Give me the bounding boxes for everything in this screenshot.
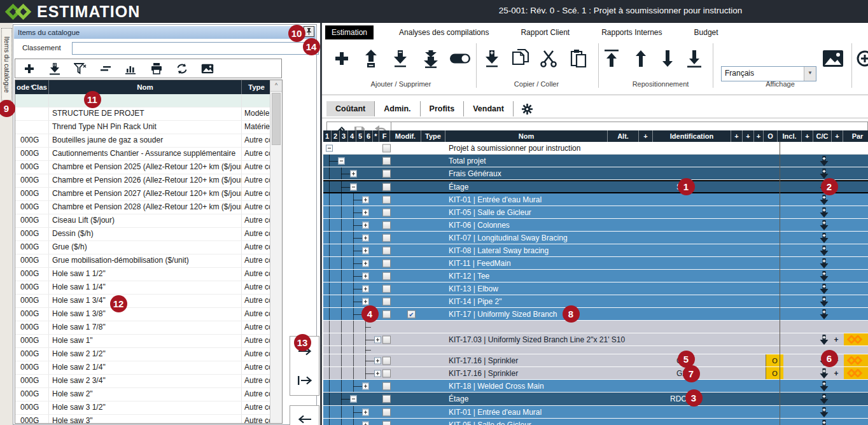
- include-arrow-icon[interactable]: [820, 407, 829, 417]
- tree-column-plus-15[interactable]: +: [743, 130, 754, 142]
- catalog-row[interactable]: 000GCiseau Lift ($/jour)Autre coû: [15, 214, 272, 228]
- tree-row[interactable]: KIT-05 | Salle de Gicleur: [323, 206, 868, 219]
- catalog-link-cell[interactable]: [844, 333, 868, 345]
- delete-row-icon[interactable]: [391, 49, 410, 68]
- display-image-icon[interactable]: [822, 50, 844, 67]
- catalog-row[interactable]: 000GHole saw 1 1/4"Autre coû: [15, 281, 272, 295]
- tree-row[interactable]: KIT-18 | Welded Cross Main: [323, 380, 868, 393]
- classement-input[interactable]: [72, 42, 319, 55]
- catalog-row[interactable]: 000GGrue mobilisation-démobilisation ($/…: [15, 254, 272, 268]
- move-all-right-button[interactable]: [294, 371, 316, 390]
- include-arrow-icon[interactable]: [820, 258, 829, 268]
- f-checkbox[interactable]: [382, 395, 391, 403]
- f-checkbox[interactable]: [382, 382, 391, 390]
- catalog-row[interactable]: 000GHole saw 1 1/2"Autre coû: [15, 268, 272, 281]
- tree-row-spacer[interactable]: [323, 321, 868, 333]
- sub-tab-admin-[interactable]: Admin.: [375, 101, 420, 116]
- tree-table-header[interactable]: 123456*FModif.TypeNomAlt.+Identification…: [323, 130, 868, 142]
- move-left-button[interactable]: [294, 410, 316, 425]
- image-icon[interactable]: [200, 61, 215, 76]
- column-header-type[interactable]: Type: [242, 80, 272, 94]
- expand-expander-icon[interactable]: [362, 298, 369, 305]
- column-header-nom[interactable]: Nom: [49, 80, 242, 94]
- tree-row[interactable]: KIT-01 | Entrée d'eau Mural: [323, 406, 868, 419]
- f-checkbox[interactable]: [382, 246, 391, 254]
- f-checkbox[interactable]: [382, 421, 391, 425]
- tree-column-plus-12[interactable]: +: [639, 130, 653, 142]
- catalog-row[interactable]: 000GHole saw 1 3/8"Autre coû: [15, 308, 272, 321]
- f-checkbox[interactable]: [382, 284, 391, 293]
- tree-column-type[interactable]: Type: [421, 130, 445, 142]
- tree-row[interactable]: ÉtageRDC: [323, 393, 868, 406]
- plus-cell[interactable]: +: [832, 335, 841, 344]
- expand-expander-icon[interactable]: [362, 247, 369, 254]
- f-checkbox[interactable]: [382, 169, 391, 178]
- f-checkbox[interactable]: [382, 183, 391, 191]
- include-arrow-icon[interactable]: [820, 169, 829, 179]
- expand-expander-icon[interactable]: [362, 408, 369, 415]
- plus-cell[interactable]: +: [832, 369, 841, 378]
- include-arrow-icon[interactable]: [820, 271, 829, 281]
- include-arrow-icon[interactable]: [820, 420, 829, 425]
- catalog-row[interactable]: Thrend Type NH Pin Rack UnitMatériel: [15, 121, 272, 134]
- expand-expander-icon[interactable]: [362, 221, 369, 228]
- catalog-row[interactable]: 000GCautionnements Chantier - Assurance …: [15, 148, 272, 161]
- dropdown-arrow-icon[interactable]: ▼: [804, 67, 816, 81]
- tree-column-1[interactable]: 1: [323, 130, 332, 142]
- expand-expander-icon[interactable]: [362, 421, 369, 425]
- tree-row[interactable]: KIT-12 | Tee: [323, 270, 868, 282]
- f-checkbox[interactable]: [382, 233, 391, 242]
- tree-row[interactable]: KIT-17.16 | SprinklerG2O +: [323, 367, 868, 380]
- move-top-icon[interactable]: [603, 49, 620, 68]
- import-icon[interactable]: [47, 61, 62, 76]
- scrollbar-thumb[interactable]: [272, 93, 281, 145]
- move-up-icon[interactable]: [633, 50, 649, 67]
- include-arrow-icon[interactable]: [820, 246, 829, 256]
- tree-row[interactable]: Frais Généraux: [323, 167, 868, 180]
- copy-icon[interactable]: [512, 49, 529, 68]
- catalog-table-header[interactable]: ▲ ode Clas Nom Type: [15, 80, 272, 94]
- f-checkbox[interactable]: [382, 408, 391, 416]
- paste-icon[interactable]: [570, 49, 587, 68]
- f-checkbox[interactable]: [382, 208, 391, 216]
- sub-tab-co-tant[interactable]: Coûtant: [326, 101, 375, 116]
- refresh-icon[interactable]: [174, 61, 190, 76]
- include-arrow-icon[interactable]: [820, 381, 829, 391]
- catalog-row[interactable]: 000GHole saw 2"Autre coû: [15, 388, 272, 401]
- o-flag-cell[interactable]: O: [766, 367, 783, 379]
- include-arrow-icon[interactable]: [820, 233, 829, 243]
- menu-tab-estimation[interactable]: Estimation: [325, 25, 374, 39]
- language-select[interactable]: Français ▼: [721, 66, 816, 81]
- catalog-row[interactable]: 000GHole saw 2 3/4"Autre coû: [15, 375, 272, 388]
- tree-column-o[interactable]: O: [764, 130, 778, 142]
- f-checkbox[interactable]: [382, 356, 391, 365]
- tree-row[interactable]: ÉtageSS: [323, 180, 868, 193]
- include-arrow-icon[interactable]: [820, 195, 829, 205]
- tree-row[interactable]: KIT-17.03 | Uniformly Sized Branch Line …: [323, 333, 868, 346]
- collapse-expander-icon[interactable]: [326, 144, 333, 151]
- catalog-row[interactable]: 000GDessin ($/h)Autre coû: [15, 228, 272, 241]
- include-arrow-icon[interactable]: [820, 156, 829, 166]
- add-icon[interactable]: [22, 61, 37, 76]
- expand-expander-icon[interactable]: [362, 382, 369, 389]
- tree-row[interactable]: KIT-11 | FeedMain: [323, 257, 868, 270]
- expand-expander-icon[interactable]: [362, 234, 369, 241]
- tree-row[interactable]: KIT-17.16 | SprinklerG1O +: [323, 354, 868, 367]
- tree-column-identification[interactable]: Identification: [653, 130, 731, 142]
- expand-expander-icon[interactable]: [374, 357, 381, 364]
- tree-column-plus-14[interactable]: +: [731, 130, 743, 142]
- collapse-expander-icon[interactable]: [338, 157, 345, 164]
- catalog-row[interactable]: 000GHole saw 1"Autre coû: [15, 335, 272, 348]
- catalog-row[interactable]: STRUCTURE DE PROJETModèle: [15, 108, 272, 121]
- tree-column-par[interactable]: Par: [843, 130, 868, 142]
- expand-expander-icon[interactable]: [374, 336, 381, 343]
- collapse-icon[interactable]: [98, 61, 113, 76]
- menu-tab-rapports-internes[interactable]: Rapports Internes: [595, 25, 668, 39]
- tree-column-modif[interactable]: Modif.: [390, 130, 421, 142]
- expand-expander-icon[interactable]: [350, 170, 357, 177]
- expand-expander-icon[interactable]: [362, 196, 369, 203]
- tree-column-plus-21[interactable]: +: [832, 130, 843, 142]
- expand-expander-icon[interactable]: [362, 260, 369, 267]
- column-header-code[interactable]: ▲ ode Clas: [15, 80, 49, 94]
- sub-tab-profits[interactable]: Profits: [421, 101, 465, 116]
